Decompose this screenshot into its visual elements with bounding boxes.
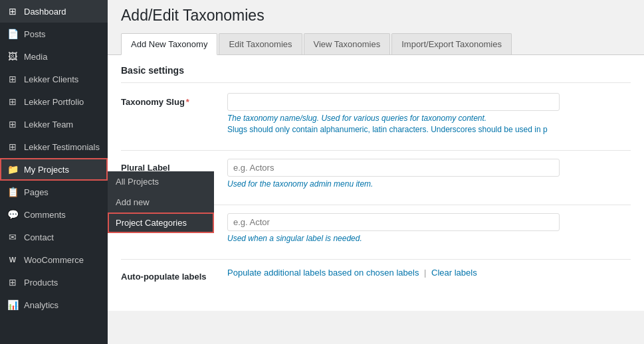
taxonomy-slug-label: Taxonomy Slug* bbox=[121, 93, 227, 107]
sidebar-item-products[interactable]: ⊞ Products bbox=[0, 271, 108, 294]
auto-populate-field: Populate additional labels based on chos… bbox=[227, 268, 631, 278]
posts-icon: 📄 bbox=[7, 28, 19, 40]
plural-label-input[interactable] bbox=[227, 159, 560, 177]
sidebar-item-label: Dashboard bbox=[24, 7, 66, 17]
sidebar-item-label: Media bbox=[24, 52, 47, 62]
required-indicator: * bbox=[186, 97, 189, 107]
submenu-my-projects: All Projects Add new Project Categories bbox=[108, 171, 214, 233]
sidebar-item-label: WooCommerce bbox=[24, 255, 84, 265]
submenu-item-add-new[interactable]: Add new bbox=[108, 192, 214, 213]
tab-import-export[interactable]: Import/Export Taxonomies bbox=[391, 33, 512, 54]
woocommerce-icon: W bbox=[7, 254, 19, 266]
analytics-icon: 📊 bbox=[7, 299, 19, 311]
sidebar-item-label: Lekker Portfolio bbox=[24, 97, 84, 107]
pages-icon: 📋 bbox=[7, 186, 19, 198]
link-separator: | bbox=[424, 268, 426, 278]
plural-label-hint: Used for the taxonomy admin menu item. bbox=[227, 179, 631, 189]
sidebar-item-label: Products bbox=[24, 278, 58, 288]
page-title: Add/Edit Taxonomies bbox=[121, 7, 631, 25]
lekker-testimonials-icon: ⊞ bbox=[7, 141, 19, 153]
sidebar-item-label: Analytics bbox=[24, 300, 58, 310]
sidebar-item-label: Contact bbox=[24, 232, 54, 242]
field-row-auto-populate: Auto-populate labels Populate additional… bbox=[121, 268, 631, 290]
media-icon: 🖼 bbox=[7, 50, 19, 62]
submenu-item-project-categories[interactable]: Project Categories bbox=[108, 213, 214, 233]
taxonomy-slug-input[interactable] bbox=[227, 93, 560, 111]
sidebar-item-label: Lekker Team bbox=[24, 120, 73, 129]
singular-label-field: Used when a singular label is needed. bbox=[227, 213, 631, 243]
field-row-taxonomy-slug: Taxonomy Slug* The taxonomy name/slug. U… bbox=[121, 93, 631, 142]
section-title: Basic settings bbox=[121, 55, 631, 83]
sidebar-item-label: Posts bbox=[24, 29, 46, 39]
sidebar-item-label: Lekker Clients bbox=[24, 74, 78, 84]
lekker-clients-icon: ⊞ bbox=[7, 73, 19, 85]
sidebar-item-my-projects[interactable]: 📁 My Projects bbox=[0, 158, 108, 181]
tab-view-taxonomies[interactable]: View Taxonomies bbox=[304, 33, 391, 54]
singular-label-hint: Used when a singular label is needed. bbox=[227, 234, 631, 243]
sidebar-item-label: Lekker Testimonials bbox=[24, 142, 100, 152]
sidebar-item-media[interactable]: 🖼 Media bbox=[0, 45, 108, 68]
contact-icon: ✉ bbox=[7, 231, 19, 243]
taxonomy-slug-field: The taxonomy name/slug. Used for various… bbox=[227, 93, 631, 134]
sidebar-item-lekker-team[interactable]: ⊞ Lekker Team bbox=[0, 113, 108, 135]
sidebar-item-label: Comments bbox=[24, 210, 66, 220]
lekker-team-icon: ⊞ bbox=[7, 118, 19, 130]
page-header: Add/Edit Taxonomies bbox=[108, 0, 644, 33]
sidebar-item-label: Pages bbox=[24, 187, 49, 197]
divider-1 bbox=[121, 150, 631, 151]
lekker-portfolio-icon: ⊞ bbox=[7, 96, 19, 108]
sidebar-item-label: My Projects bbox=[24, 165, 69, 175]
submenu-item-all-projects[interactable]: All Projects bbox=[108, 171, 214, 192]
auto-populate-label: Auto-populate labels bbox=[121, 268, 227, 282]
taxonomy-slug-hint1: The taxonomy name/slug. Used for various… bbox=[227, 114, 631, 123]
tab-edit-taxonomies[interactable]: Edit Taxonomies bbox=[219, 33, 302, 54]
sidebar-item-contact[interactable]: ✉ Contact bbox=[0, 226, 108, 248]
dashboard-icon: ⊞ bbox=[7, 5, 19, 17]
divider-3 bbox=[121, 259, 631, 260]
products-icon: ⊞ bbox=[7, 276, 19, 288]
sidebar-item-analytics[interactable]: 📊 Analytics bbox=[0, 294, 108, 316]
comments-icon: 💬 bbox=[7, 209, 19, 220]
plural-label-field: Used for the taxonomy admin menu item. bbox=[227, 159, 631, 189]
sidebar-item-lekker-clients[interactable]: ⊞ Lekker Clients bbox=[0, 68, 108, 90]
taxonomy-slug-hint2: Slugs should only contain alphanumeric, … bbox=[227, 125, 631, 134]
my-projects-icon: 📁 bbox=[7, 163, 19, 175]
sidebar-item-comments[interactable]: 💬 Comments bbox=[0, 203, 108, 226]
sidebar-item-lekker-portfolio[interactable]: ⊞ Lekker Portfolio bbox=[0, 90, 108, 113]
sidebar: ⊞ Dashboard 📄 Posts 🖼 Media ⊞ Lekker Cli… bbox=[0, 0, 108, 344]
sidebar-item-pages[interactable]: 📋 Pages bbox=[0, 181, 108, 203]
sidebar-item-posts[interactable]: 📄 Posts bbox=[0, 23, 108, 45]
tabs-bar: Add New Taxonomy Edit Taxonomies View Ta… bbox=[108, 33, 644, 55]
sidebar-item-woocommerce[interactable]: W WooCommerce bbox=[0, 248, 108, 271]
clear-labels-link[interactable]: Clear labels bbox=[431, 268, 477, 278]
plural-label-label: Plural Label bbox=[121, 159, 227, 173]
singular-label-input[interactable] bbox=[227, 213, 560, 231]
sidebar-item-dashboard[interactable]: ⊞ Dashboard bbox=[0, 0, 108, 23]
populate-labels-link[interactable]: Populate additional labels based on chos… bbox=[227, 268, 419, 278]
tab-add-new-taxonomy[interactable]: Add New Taxonomy bbox=[121, 33, 217, 55]
sidebar-item-lekker-testimonials[interactable]: ⊞ Lekker Testimonials bbox=[0, 135, 108, 158]
